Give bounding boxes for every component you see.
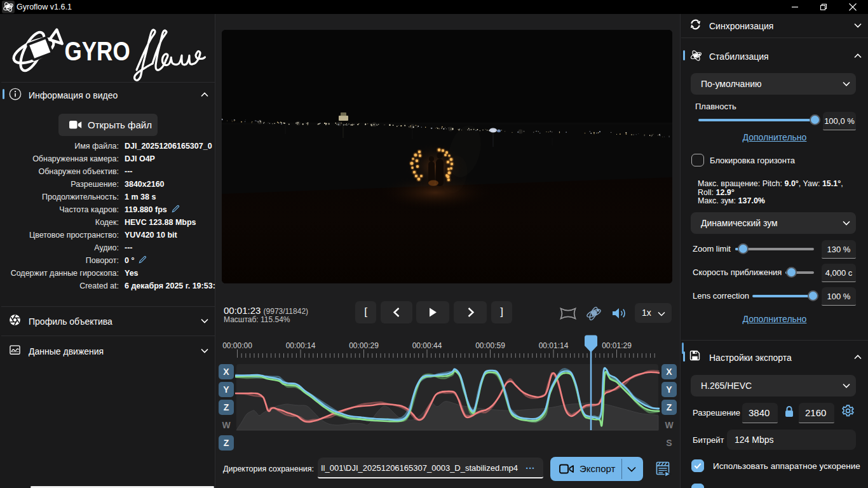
svg-text:Y: Y — [223, 384, 229, 395]
svg-text:00:00:29: 00:00:29 — [349, 341, 379, 350]
svg-text:Z: Z — [224, 438, 229, 448]
svg-text:W: W — [222, 420, 231, 430]
svg-text:00:00:14: 00:00:14 — [286, 341, 316, 350]
svg-text:X: X — [666, 367, 672, 377]
svg-text:00:01:29: 00:01:29 — [602, 341, 632, 350]
svg-text:W: W — [665, 420, 674, 430]
svg-text:Z: Z — [224, 402, 229, 412]
svg-text:00:01:14: 00:01:14 — [539, 341, 569, 350]
svg-text:00:00:44: 00:00:44 — [412, 341, 442, 350]
svg-text:Y: Y — [666, 384, 672, 395]
svg-text:00:00:59: 00:00:59 — [475, 341, 505, 350]
svg-text:Z: Z — [667, 402, 672, 412]
svg-text:X: X — [223, 367, 229, 377]
svg-text:00:00:00: 00:00:00 — [222, 341, 252, 350]
svg-text:S: S — [666, 438, 672, 448]
svg-text:GYRO: GYRO — [64, 36, 130, 66]
